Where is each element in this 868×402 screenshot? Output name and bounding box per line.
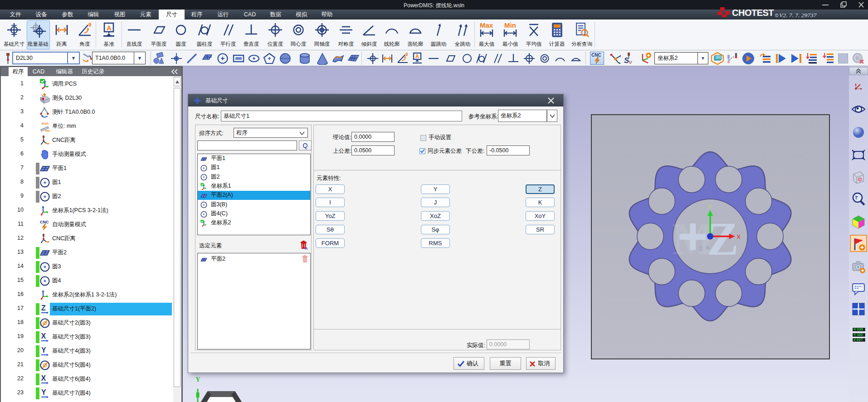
svg-text:V2. 7. 7. 29737: V2. 7. 7. 29737: [779, 12, 817, 19]
svg-text:CHOTEST: CHOTEST: [732, 8, 774, 18]
svg-text:ν: ν: [629, 58, 632, 65]
svg-text:©: ©: [775, 13, 779, 18]
svg-text:CNC: CNC: [591, 53, 601, 58]
svg-text:Y: Y: [708, 203, 712, 210]
svg-text:A: A: [415, 53, 419, 59]
svg-text:A: A: [305, 246, 308, 250]
svg-text:X: X: [737, 233, 741, 240]
svg-text:生 考: 生 考: [698, 245, 710, 251]
svg-text:θ: θ: [405, 52, 408, 57]
